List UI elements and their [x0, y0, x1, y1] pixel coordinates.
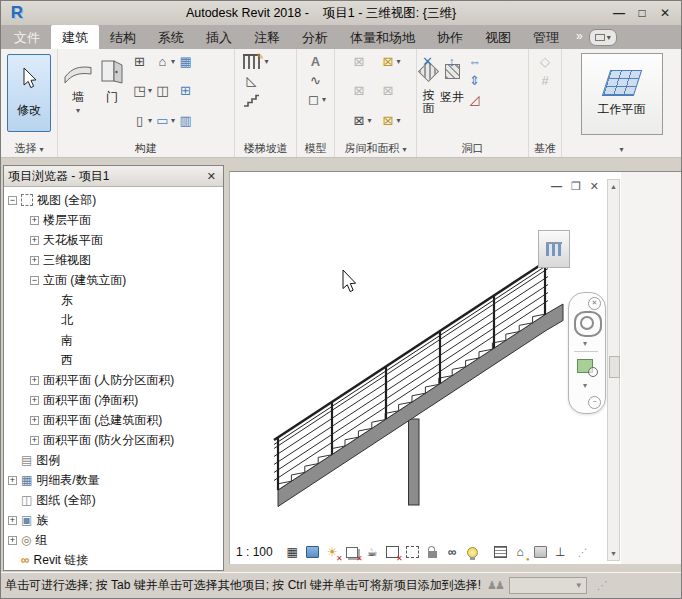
tree-item-schedules[interactable]: +▦明细表/数量: [4, 470, 223, 490]
component-button[interactable]: ◳▾: [131, 81, 152, 100]
show-analytical-model-icon[interactable]: ⌂: [512, 544, 529, 560]
project-browser-close-icon[interactable]: ✕: [204, 170, 219, 183]
expander[interactable]: +: [8, 516, 17, 525]
highlight-displacement-sets-icon[interactable]: [532, 544, 549, 560]
tree-item-elevations[interactable]: −立面 (建筑立面): [4, 270, 223, 290]
work-plane-button[interactable]: 工作平面: [581, 53, 663, 135]
panel-label-datum[interactable]: 基准: [529, 140, 561, 157]
tree-item-area-plan-civil-defense[interactable]: +面积平面 (人防分区面积): [4, 370, 223, 390]
visual-style-icon[interactable]: [304, 544, 321, 560]
locked-3d-view-icon[interactable]: [424, 544, 441, 560]
shaft-button[interactable]: ↕ 竖井: [438, 52, 466, 140]
navbar-close-icon[interactable]: ✕: [588, 297, 601, 310]
tree-item-area-plan-net[interactable]: +面积平面 (净面积): [4, 390, 223, 410]
curtain-system-button[interactable]: ▦: [177, 52, 194, 71]
drawing-area[interactable]: — ❐ ✕ ✕ ▾ ▾ − ▲ ▼ 1 : 100 ▦ ☀ ☕: [229, 171, 621, 564]
tab-collaborate[interactable]: 协作: [426, 25, 474, 49]
project-browser-header[interactable]: 项目浏览器 - 项目1 ✕: [4, 166, 223, 187]
reveal-hidden-elements-icon[interactable]: [464, 544, 481, 560]
vertical-scrollbar[interactable]: ▲ ▼: [607, 179, 620, 561]
grid-button[interactable]: #: [537, 71, 554, 90]
panel-label-build[interactable]: 构建: [58, 140, 234, 157]
zoom-dropdown-icon[interactable]: ▾: [583, 381, 587, 390]
sun-path-icon[interactable]: ☀: [324, 544, 341, 560]
level-button[interactable]: ◇: [537, 52, 554, 71]
steering-wheel-icon[interactable]: [574, 311, 602, 337]
tree-item-east[interactable]: 东: [4, 290, 223, 310]
view-close-button[interactable]: ✕: [590, 180, 599, 193]
wheel-dropdown-icon[interactable]: ▾: [583, 339, 587, 348]
crop-view-icon[interactable]: [384, 544, 401, 560]
expander[interactable]: +: [30, 256, 39, 265]
tree-item-views[interactable]: −视图 (全部): [4, 190, 223, 210]
tab-systems[interactable]: 系统: [147, 25, 195, 49]
modify-button[interactable]: 修改: [7, 54, 51, 132]
panel-label-model[interactable]: 模型: [297, 140, 334, 157]
tree-item-ceiling-plans[interactable]: +天花板平面: [4, 230, 223, 250]
tree-item-floor-plans[interactable]: +楼层平面: [4, 210, 223, 230]
panel-label-room-area[interactable]: 房间和面积 ▾: [335, 140, 416, 157]
tree-item-groups[interactable]: +◎组: [4, 530, 223, 550]
window-button[interactable]: ⊞: [131, 52, 152, 71]
expander[interactable]: −: [30, 276, 39, 285]
selection-filter-dropdown[interactable]: ▼: [509, 577, 587, 594]
wall-opening-button[interactable]: ⇔: [466, 52, 483, 71]
tree-item-area-plan-fire[interactable]: +面积平面 (防火分区面积): [4, 430, 223, 450]
vertical-opening-button[interactable]: ⇕: [466, 71, 483, 90]
expander[interactable]: +: [30, 236, 39, 245]
tree-item-3d-views[interactable]: +三维视图: [4, 250, 223, 270]
roof-button[interactable]: ⌂▾: [154, 52, 175, 71]
panel-label-opening[interactable]: 洞口: [417, 140, 528, 157]
tab-view[interactable]: 视图: [474, 25, 522, 49]
dormer-opening-button[interactable]: ◿: [466, 90, 483, 109]
tab-analyze[interactable]: 分析: [291, 25, 339, 49]
tab-massing-site[interactable]: 体量和场地: [339, 25, 426, 49]
ceiling-button[interactable]: ◫: [154, 81, 175, 100]
railing-button[interactable]: ✎ ▾: [243, 52, 268, 71]
tab-annotate[interactable]: 注释: [243, 25, 291, 49]
expander[interactable]: +: [30, 396, 39, 405]
mullion-button[interactable]: ▥: [177, 111, 194, 130]
ramp-button[interactable]: ◺: [243, 71, 260, 90]
column-button[interactable]: ▯▾: [131, 111, 152, 130]
editing-requests-icon[interactable]: ♟♟: [487, 579, 503, 592]
expander[interactable]: +: [30, 376, 39, 385]
tree-item-revit-links[interactable]: ∞Revit 链接: [4, 550, 223, 570]
curtain-grid-button[interactable]: ⊞: [177, 81, 194, 100]
tab-file[interactable]: 文件: [3, 25, 51, 49]
opening-by-face-button[interactable]: ✕ 按面: [419, 52, 438, 140]
ribbon-state-toggle[interactable]: ▾: [589, 29, 617, 46]
view-minimize-button[interactable]: —: [551, 180, 562, 193]
tab-overflow-icon[interactable]: »: [570, 25, 589, 49]
expander[interactable]: −: [8, 196, 17, 205]
detail-level-icon[interactable]: ▦: [284, 544, 301, 560]
close-button[interactable]: ✕: [657, 6, 673, 20]
room-separator-button[interactable]: ⊠: [350, 81, 371, 100]
wall-button[interactable]: 墙 ▾: [60, 52, 96, 140]
panel-label-work-plane[interactable]: ▾: [562, 140, 681, 157]
minimize-button[interactable]: —: [611, 6, 627, 20]
tree-item-area-plan-gross[interactable]: +面积平面 (总建筑面积): [4, 410, 223, 430]
tab-manage[interactable]: 管理: [522, 25, 570, 49]
area-button[interactable]: ⊠▾: [380, 52, 401, 71]
tree-item-west[interactable]: 西: [4, 350, 223, 370]
expander[interactable]: +: [30, 216, 39, 225]
view-bar-grip[interactable]: ⋰: [578, 547, 588, 558]
tab-structure[interactable]: 结构: [99, 25, 147, 49]
tag-room-button[interactable]: ⊠▾: [350, 111, 371, 130]
scroll-up-icon[interactable]: ▲: [608, 180, 619, 193]
temporary-hide-isolate-icon[interactable]: ∞: [444, 544, 461, 560]
tree-item-legends[interactable]: ▤图例: [4, 450, 223, 470]
expander[interactable]: +: [8, 476, 17, 485]
tag-area-button[interactable]: ⊠▾: [380, 111, 401, 130]
panel-label-select[interactable]: 选择 ▾: [1, 140, 57, 157]
model-text-button[interactable]: A: [307, 52, 324, 71]
crop-region-icon[interactable]: [404, 544, 421, 560]
view-scale[interactable]: 1 : 100: [236, 545, 273, 559]
model-group-button[interactable]: ◻▾: [305, 90, 326, 109]
maximize-button[interactable]: □: [634, 6, 650, 20]
panel-label-circulation[interactable]: 楼梯坡道: [235, 140, 296, 157]
floor-button[interactable]: ▭▾: [154, 111, 175, 130]
revit-logo-icon[interactable]: R: [7, 3, 27, 23]
expander[interactable]: +: [8, 536, 17, 545]
